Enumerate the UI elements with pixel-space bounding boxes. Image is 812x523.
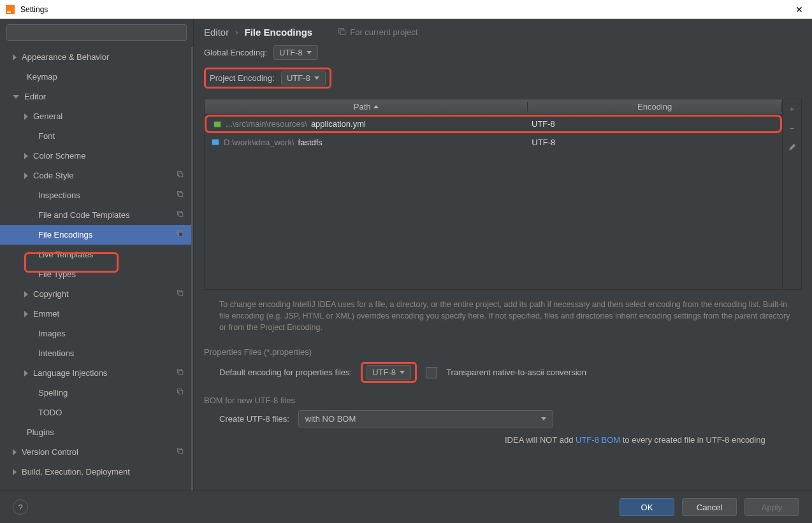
sidebar-item-appearance-behavior[interactable]: Appearance & Behavior <box>0 47 193 67</box>
sidebar-item-plugins[interactable]: Plugins <box>0 422 193 442</box>
chevron-down-icon <box>541 417 546 420</box>
sidebar-item-label: File Types <box>38 269 76 279</box>
for-current-project: For current project <box>338 27 417 38</box>
transparent-ascii-checkbox[interactable] <box>426 367 437 378</box>
create-utf8-combo[interactable]: with NO BOM <box>298 410 553 427</box>
help-button[interactable]: ? <box>13 499 28 515</box>
create-utf8-label: Create UTF-8 files: <box>219 414 289 424</box>
project-scope-icon <box>177 289 184 299</box>
chevron-down-icon <box>314 76 319 80</box>
breadcrumb: Editor › File Encodings For current proj… <box>194 19 812 45</box>
sidebar-item-label: General <box>33 111 62 121</box>
expand-arrow-icon <box>24 153 28 159</box>
bom-section-label: BOM for new UTF-8 files <box>194 388 812 410</box>
bom-note: IDEA will NOT add UTF-8 BOM to every cre… <box>194 433 812 445</box>
svg-rect-19 <box>179 450 183 454</box>
sidebar-item-label: Editor <box>24 92 46 101</box>
sidebar-item-file-types[interactable]: File Types <box>0 264 193 284</box>
svg-rect-15 <box>179 371 183 375</box>
project-scope-icon <box>177 230 184 240</box>
sidebar-item-todo[interactable]: TODO <box>0 403 193 422</box>
breadcrumb-parent[interactable]: Editor <box>204 27 229 38</box>
chevron-down-icon <box>307 51 312 54</box>
global-encoding-label: Global Encoding: <box>204 48 267 57</box>
sort-asc-icon <box>373 105 379 108</box>
breadcrumb-current: File Encodings <box>245 27 313 38</box>
chevron-down-icon <box>400 371 405 374</box>
sidebar: Appearance & BehaviorKeymapEditorGeneral… <box>0 19 194 491</box>
sidebar-item-label: Plugins <box>27 427 54 437</box>
sidebar-item-copyright[interactable]: Copyright <box>0 284 193 304</box>
sidebar-item-color-scheme[interactable]: Color Scheme <box>0 146 193 166</box>
remove-row-button[interactable]: − <box>783 118 801 138</box>
project-scope-icon <box>177 447 184 457</box>
folder-icon <box>211 138 220 147</box>
sidebar-item-label: Copyright <box>33 289 69 299</box>
expand-arrow-icon <box>13 54 17 61</box>
apply-button[interactable]: Apply <box>744 498 799 516</box>
column-header-path[interactable]: Path <box>205 102 528 111</box>
edit-row-button[interactable] <box>783 138 801 157</box>
expand-arrow-icon <box>24 370 28 376</box>
table-row[interactable]: ...\src\main\resources\application.ymlUT… <box>205 115 782 133</box>
sidebar-item-font[interactable]: Font <box>0 126 193 146</box>
sidebar-item-label: TODO <box>38 408 62 417</box>
sidebar-item-language-injections[interactable]: Language Injections <box>0 363 193 383</box>
properties-default-label: Default encoding for properties files: <box>219 368 352 377</box>
sidebar-item-inspections[interactable]: Inspections <box>0 185 193 205</box>
properties-encoding-combo[interactable]: UTF-8 <box>366 365 411 380</box>
sidebar-item-general[interactable]: General <box>0 106 193 126</box>
sidebar-item-live-templates[interactable]: Live Templates <box>0 245 193 264</box>
sidebar-item-intentions[interactable]: Intentions <box>0 343 193 363</box>
expand-arrow-icon <box>24 173 28 179</box>
sidebar-item-file-encodings[interactable]: File Encodings <box>0 225 193 245</box>
sidebar-scrollbar[interactable] <box>191 47 193 491</box>
properties-section-label: Properties Files (*.properties) <box>194 340 812 362</box>
svg-rect-23 <box>212 140 219 145</box>
sidebar-item-spelling[interactable]: Spelling <box>0 383 193 403</box>
sidebar-item-keymap[interactable]: Keymap <box>0 67 193 87</box>
sidebar-item-version-control[interactable]: Version Control <box>0 442 193 462</box>
ok-button[interactable]: OK <box>620 498 674 516</box>
project-scope-icon <box>177 388 184 398</box>
cancel-button[interactable]: Cancel <box>682 498 737 516</box>
sidebar-item-label: Color Scheme <box>33 151 85 161</box>
svg-rect-21 <box>340 30 345 34</box>
sidebar-item-label: Build, Execution, Deployment <box>22 467 130 476</box>
search-input[interactable] <box>6 24 187 41</box>
utf8-bom-link[interactable]: UTF-8 BOM <box>576 435 620 445</box>
svg-rect-22 <box>214 121 221 127</box>
sidebar-item-code-style[interactable]: Code Style <box>0 166 193 185</box>
highlight-project-encoding: Project Encoding: UTF-8 <box>204 68 331 89</box>
project-scope-icon <box>338 27 346 38</box>
sidebar-item-build-execution-deployment[interactable]: Build, Execution, Deployment <box>0 462 193 482</box>
sidebar-item-images[interactable]: Images <box>0 324 193 343</box>
sidebar-item-label: File Encodings <box>38 230 92 240</box>
svg-rect-17 <box>179 390 183 394</box>
sidebar-item-label: Version Control <box>22 447 78 457</box>
column-header-encoding[interactable]: Encoding <box>528 102 782 111</box>
sidebar-item-label: Font <box>38 131 55 141</box>
sidebar-item-emmet[interactable]: Emmet <box>0 304 193 324</box>
table-row[interactable]: D:\work\idea_work\fastdfsUTF-8 <box>205 133 782 152</box>
sidebar-item-label: Appearance & Behavior <box>22 52 109 62</box>
project-encoding-combo[interactable]: UTF-8 <box>281 71 326 85</box>
global-encoding-combo[interactable]: UTF-8 <box>273 45 318 60</box>
help-text: To change encoding IntelliJ IDEA uses fo… <box>194 290 812 340</box>
svg-rect-1 <box>7 11 11 13</box>
sidebar-item-label: Inspections <box>38 190 80 200</box>
sidebar-item-file-and-code-templates[interactable]: File and Code Templates <box>0 205 193 225</box>
close-icon[interactable]: ✕ <box>792 4 807 15</box>
add-row-button[interactable]: ＋ <box>783 99 801 118</box>
svg-rect-7 <box>179 193 183 197</box>
sidebar-item-editor[interactable]: Editor <box>0 87 193 106</box>
expand-arrow-icon <box>24 113 28 120</box>
svg-rect-11 <box>179 233 183 236</box>
chevron-right-icon: › <box>235 27 238 37</box>
expand-arrow-icon <box>24 311 28 317</box>
settings-tree: Appearance & BehaviorKeymapEditorGeneral… <box>0 47 193 491</box>
svg-rect-13 <box>179 292 183 296</box>
encoding-table: Path Encoding ...\src\main\resources\app… <box>204 99 783 290</box>
sidebar-item-label: Code Style <box>33 171 74 180</box>
sidebar-item-label: Spelling <box>38 388 68 398</box>
